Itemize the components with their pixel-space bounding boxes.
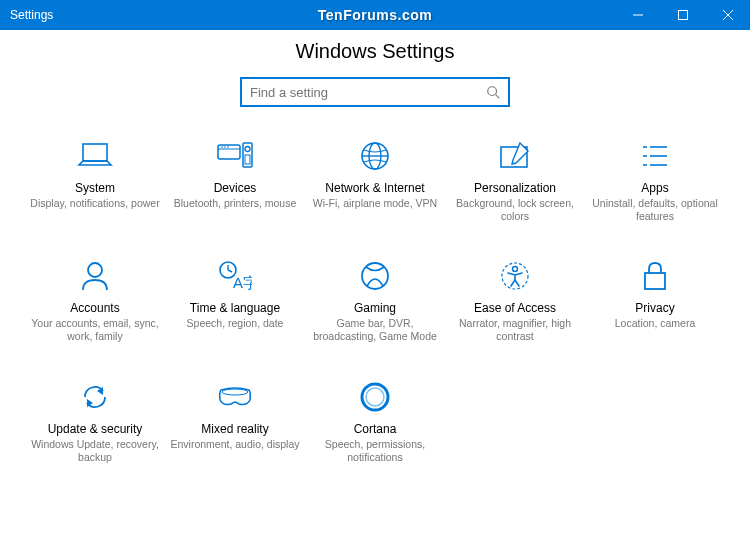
window-controls [615, 0, 750, 30]
svg-rect-1 [678, 11, 687, 20]
title-bar: Settings TenForums.com [0, 0, 750, 30]
person-icon [76, 257, 114, 295]
svg-point-13 [245, 147, 250, 152]
tile-label: Gaming [354, 301, 396, 315]
ease-icon [496, 257, 534, 295]
tile-label: Time & language [190, 301, 280, 315]
search-input[interactable] [250, 85, 486, 100]
tile-desc: Bluetooth, printers, mouse [174, 197, 297, 210]
tile-desc: Wi-Fi, airplane mode, VPN [313, 197, 437, 210]
svg-point-9 [221, 146, 223, 148]
tile-apps[interactable]: Apps Uninstall, defaults, optional featu… [590, 137, 720, 223]
svg-line-29 [228, 270, 232, 272]
tile-label: Network & Internet [325, 181, 424, 195]
settings-grid: System Display, notifications, power Dev… [0, 107, 750, 464]
search-wrap [0, 77, 750, 107]
tile-update-security[interactable]: Update & security Windows Update, recove… [30, 378, 160, 464]
tile-ease-of-access[interactable]: Ease of Access Narrator, magnifier, high… [450, 257, 580, 343]
lock-icon [636, 257, 674, 295]
tile-desc: Speech, permissions, notifications [310, 438, 440, 464]
tile-mixed-reality[interactable]: Mixed reality Environment, audio, displa… [170, 378, 300, 464]
tile-label: Update & security [48, 422, 143, 436]
globe-icon [356, 137, 394, 175]
devices-icon [216, 137, 254, 175]
tile-desc: Uninstall, defaults, optional features [590, 197, 720, 223]
tile-privacy[interactable]: Privacy Location, camera [590, 257, 720, 343]
svg-point-10 [224, 146, 226, 148]
search-icon [486, 85, 500, 99]
watermark: TenForums.com [318, 7, 432, 23]
close-button[interactable] [705, 0, 750, 30]
svg-point-37 [222, 389, 248, 395]
svg-point-39 [366, 388, 384, 406]
tile-label: Privacy [635, 301, 674, 315]
apps-icon [636, 137, 674, 175]
paint-icon [496, 137, 534, 175]
tile-label: Devices [214, 181, 257, 195]
tile-desc: Speech, region, date [187, 317, 284, 330]
tile-personalization[interactable]: Personalization Background, lock screen,… [450, 137, 580, 223]
tile-label: Apps [641, 181, 668, 195]
update-icon [76, 378, 114, 416]
tile-desc: Display, notifications, power [30, 197, 159, 210]
page-title: Windows Settings [0, 40, 750, 63]
svg-rect-14 [245, 155, 250, 164]
svg-text:A字: A字 [233, 274, 252, 291]
tile-devices[interactable]: Devices Bluetooth, printers, mouse [170, 137, 300, 223]
xbox-icon [356, 257, 394, 295]
tile-label: System [75, 181, 115, 195]
svg-point-26 [88, 263, 102, 277]
svg-point-4 [488, 87, 497, 96]
tile-gaming[interactable]: Gaming Game bar, DVR, broadcasting, Game… [310, 257, 440, 343]
tile-desc: Your accounts, email, sync, work, family [30, 317, 160, 343]
cortana-icon [356, 378, 394, 416]
tile-system[interactable]: System Display, notifications, power [30, 137, 160, 223]
svg-point-33 [513, 267, 518, 272]
tile-accounts[interactable]: Accounts Your accounts, email, sync, wor… [30, 257, 160, 343]
tile-time-language[interactable]: A字 Time & language Speech, region, date [170, 257, 300, 343]
tile-label: Personalization [474, 181, 556, 195]
laptop-icon [76, 137, 114, 175]
tile-desc: Windows Update, recovery, backup [30, 438, 160, 464]
headset-icon [216, 378, 254, 416]
window-title: Settings [0, 8, 53, 22]
tile-desc: Location, camera [615, 317, 696, 330]
timelang-icon: A字 [216, 257, 254, 295]
tile-desc: Game bar, DVR, broadcasting, Game Mode [310, 317, 440, 343]
tile-desc: Environment, audio, display [171, 438, 300, 451]
svg-rect-34 [645, 273, 665, 289]
maximize-button[interactable] [660, 0, 705, 30]
tile-desc: Narrator, magnifier, high contrast [450, 317, 580, 343]
tile-label: Accounts [70, 301, 119, 315]
svg-point-11 [227, 146, 229, 148]
search-box[interactable] [240, 77, 510, 107]
svg-line-5 [496, 95, 500, 99]
svg-rect-6 [83, 144, 107, 161]
tile-cortana[interactable]: Cortana Speech, permissions, notificatio… [310, 378, 440, 464]
tile-label: Ease of Access [474, 301, 556, 315]
tile-label: Mixed reality [201, 422, 268, 436]
tile-desc: Background, lock screen, colors [450, 197, 580, 223]
tile-label: Cortana [354, 422, 397, 436]
svg-point-31 [362, 263, 388, 289]
minimize-button[interactable] [615, 0, 660, 30]
tile-network[interactable]: Network & Internet Wi-Fi, airplane mode,… [310, 137, 440, 223]
